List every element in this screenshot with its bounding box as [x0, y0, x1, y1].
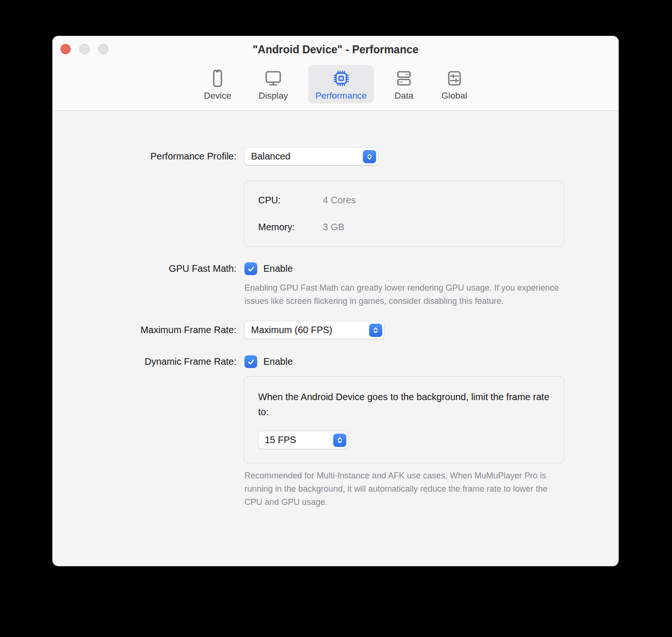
tab-label: Performance [315, 90, 367, 101]
close-window-button[interactable] [60, 44, 71, 54]
max-frame-rate-select[interactable]: Maximum (60 FPS) [244, 321, 384, 339]
dynamic-frame-rate-row: Dynamic Frame Rate: Enable [52, 355, 619, 368]
memory-label: Memory: [258, 222, 323, 233]
memory-value: 3 GB [323, 222, 344, 233]
select-value: Balanced [244, 151, 363, 162]
background-frame-rate-box: When the Android Device goes to the back… [244, 376, 564, 463]
performance-profile-select[interactable]: Balanced [244, 148, 378, 165]
window-title: "Android Device" - Performance [52, 36, 619, 63]
gpu-fast-math-checkbox[interactable] [244, 262, 257, 275]
tab-label: Device [204, 90, 231, 101]
dynamic-frame-rate-label: Dynamic Frame Rate: [52, 356, 236, 367]
tab-label: Data [395, 90, 413, 101]
cpu-spec-row: CPU: 4 Cores [258, 195, 550, 206]
sliders-icon [445, 67, 464, 89]
select-value: Maximum (60 FPS) [244, 325, 369, 335]
max-frame-rate-label: Maximum Frame Rate: [52, 325, 236, 335]
zoom-window-button[interactable] [98, 44, 109, 54]
tab-label: Display [259, 90, 288, 101]
settings-window: "Android Device" - Performance Device [52, 36, 619, 566]
gpu-fast-math-row: GPU Fast Math: Enable [52, 262, 619, 275]
gpu-fast-math-checkbox-label: Enable [263, 263, 293, 274]
tab-global[interactable]: Global [434, 65, 474, 103]
monitor-icon [263, 67, 283, 89]
tab-performance[interactable]: Performance [308, 65, 374, 103]
background-fps-select[interactable]: 15 FPS [258, 431, 348, 449]
dynamic-frame-rate-checkbox[interactable] [244, 355, 257, 368]
chevron-up-down-icon [363, 150, 376, 163]
profile-specs-box: CPU: 4 Cores Memory: 3 GB [244, 181, 564, 247]
server-icon [394, 67, 414, 89]
cpu-value: 4 Cores [323, 195, 356, 206]
tab-device[interactable]: Device [197, 65, 238, 103]
max-frame-rate-row: Maximum Frame Rate: Maximum (60 FPS) [52, 321, 619, 339]
tab-data[interactable]: Data [387, 65, 421, 103]
minimize-window-button[interactable] [79, 44, 90, 54]
memory-spec-row: Memory: 3 GB [258, 222, 550, 233]
chevron-up-down-icon [369, 324, 382, 337]
cpu-label: CPU: [258, 195, 323, 206]
chevron-up-down-icon [333, 434, 346, 447]
select-value: 15 FPS [258, 435, 333, 445]
gpu-fast-math-label: GPU Fast Math: [52, 263, 236, 274]
cpu-chip-icon [331, 67, 351, 89]
gpu-fast-math-description: Enabling GPU Fast Math can greatly lower… [244, 281, 560, 308]
window-chrome: "Android Device" - Performance Device [52, 36, 619, 111]
dynamic-frame-rate-description: Recommended for Multi-Instance and AFK u… [244, 469, 554, 509]
phone-icon [208, 67, 227, 89]
tab-label: Global [441, 90, 467, 101]
tab-display[interactable]: Display [252, 65, 295, 103]
toolbar-tabs: Device Display [52, 65, 619, 103]
traffic-lights [60, 44, 109, 54]
background-frame-rate-text: When the Android Device goes to the back… [258, 389, 550, 419]
dynamic-frame-rate-checkbox-label: Enable [263, 356, 293, 367]
performance-profile-label: Performance Profile: [52, 151, 236, 162]
performance-profile-row: Performance Profile: Balanced [52, 148, 619, 165]
titlebar: "Android Device" - Performance [52, 36, 619, 62]
performance-settings-pane: Performance Profile: Balanced CPU: 4 Cor… [52, 148, 619, 509]
screenshot-stage: "Android Device" - Performance Device [0, 0, 672, 637]
